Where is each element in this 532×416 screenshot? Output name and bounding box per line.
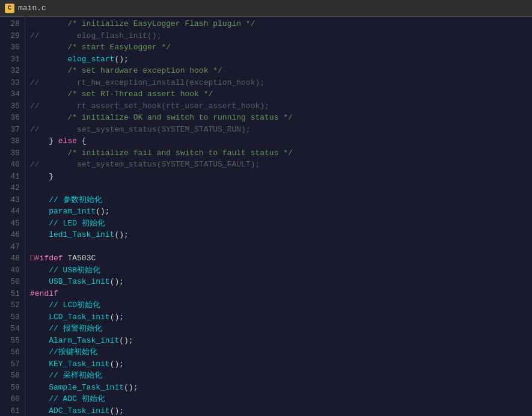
line-number: 34 — [5, 88, 20, 100]
token: elog_start — [30, 55, 114, 64]
token: Sample_Task_init — [30, 383, 124, 392]
line-number: 45 — [5, 218, 20, 230]
token: (); — [114, 230, 128, 239]
line-number: 48 — [5, 252, 20, 265]
token: // — [30, 78, 40, 87]
code-container: 2829303132333435363738394041424344454647… — [0, 17, 532, 416]
line-number: 39 — [5, 147, 20, 159]
token: /* start EasyLogger */ — [30, 43, 171, 52]
line-number: 57 — [5, 358, 20, 370]
line-number: 29 — [5, 30, 20, 42]
token: Alarm_Task_init — [30, 336, 119, 345]
code-line: } else { — [30, 135, 532, 147]
line-number: 60 — [5, 393, 20, 405]
code-line: // set_system_status(SYSTEM_STATUS_RUN); — [30, 124, 532, 136]
code-line: elog_start(); — [30, 54, 532, 66]
code-line: /* initialize OK and switch to running s… — [30, 112, 532, 124]
code-line: //按键初始化 — [30, 346, 532, 358]
token: #ifdef — [35, 254, 63, 263]
code-line: /* initialize EasyLogger Flash plugin */ — [30, 18, 532, 30]
token: // 报警初始化 — [49, 324, 102, 333]
code-line: // ADC 初始化 — [30, 393, 532, 405]
line-number: 28 — [5, 18, 20, 30]
line-number: 49 — [5, 265, 20, 277]
token: #endif — [30, 289, 58, 298]
token: set_system_status(SYSTEM_STATUS_RUN); — [40, 125, 251, 134]
code-line: □#ifdef TA503C — [30, 252, 532, 265]
token — [30, 266, 49, 275]
line-number: 58 — [5, 370, 20, 382]
token: /* initialize OK and switch to running s… — [30, 113, 293, 122]
token: TA503C — [63, 254, 96, 263]
token: (); — [124, 383, 138, 392]
line-number: 37 — [5, 124, 20, 136]
token: // — [30, 125, 40, 134]
filename: main.c — [18, 4, 46, 13]
code-line: // LED 初始化 — [30, 218, 532, 230]
token: USB_Task_init — [30, 277, 110, 286]
file-icon: C — [5, 4, 14, 13]
token — [30, 219, 49, 228]
code-line: Alarm_Task_init(); — [30, 335, 532, 347]
token: (); — [110, 313, 124, 322]
token: else — [58, 136, 77, 145]
line-number: 46 — [5, 229, 20, 241]
token: // LCD初始化 — [49, 301, 100, 310]
line-number: 40 — [5, 159, 20, 171]
line-number: 30 — [5, 41, 20, 54]
token — [30, 195, 49, 204]
token: led1_Task_init — [30, 230, 114, 239]
line-number: 59 — [5, 382, 20, 394]
token: rt_assert_set_hook(rtt_user_assert_hook)… — [40, 102, 269, 111]
code-line: // 采样初始化 — [30, 370, 532, 382]
code-line: // LCD初始化 — [30, 299, 532, 311]
token: (); — [119, 336, 133, 345]
code-line: // 报警初始化 — [30, 323, 532, 335]
token — [30, 371, 49, 380]
line-numbers: 2829303132333435363738394041424344454647… — [0, 17, 25, 416]
token — [30, 301, 49, 310]
code-line: /* start EasyLogger */ — [30, 41, 532, 54]
line-number: 55 — [5, 335, 20, 347]
token: param_init — [30, 207, 96, 216]
token: // — [30, 31, 40, 40]
token: { — [77, 136, 87, 145]
code-line: // set_system_status(SYSTEM_STATUS_FAULT… — [30, 159, 532, 171]
token — [30, 324, 49, 333]
line-number: 54 — [5, 323, 20, 335]
code-line: #endif — [30, 288, 532, 300]
code-line: /* initialize fail and switch to fault s… — [30, 147, 532, 159]
line-number: 36 — [5, 112, 20, 124]
line-number: 47 — [5, 241, 20, 253]
token: /* initialize fail and switch to fault s… — [30, 148, 293, 158]
code-line: LCD_Task_init(); — [30, 311, 532, 323]
token: elog_flash_init(); — [40, 31, 162, 40]
line-number: 52 — [5, 299, 20, 311]
token: // — [30, 160, 40, 169]
token — [30, 394, 49, 403]
line-number: 35 — [5, 100, 20, 112]
code-line: ADC_Task_init(); — [30, 405, 532, 417]
line-number: 38 — [5, 135, 20, 147]
token: /* initialize EasyLogger Flash plugin */ — [30, 19, 255, 28]
line-number: 33 — [5, 77, 20, 89]
line-number: 51 — [5, 288, 20, 300]
line-number: 41 — [5, 171, 20, 183]
line-number: 53 — [5, 311, 20, 323]
code-line: // USB初始化 — [30, 265, 532, 277]
code-line — [30, 182, 532, 194]
code-line: led1_Task_init(); — [30, 229, 532, 241]
code-line: Sample_Task_init(); — [30, 382, 532, 394]
token: /* set hardware exception hook */ — [30, 66, 222, 75]
token: // — [30, 102, 40, 111]
token: /* set RT-Thread assert hook */ — [30, 90, 213, 99]
code-area[interactable]: /* initialize EasyLogger Flash plugin */… — [25, 17, 532, 416]
token: ADC_Task_init — [30, 406, 110, 415]
code-line: /* set hardware exception hook */ — [30, 65, 532, 77]
line-number: 61 — [5, 405, 20, 417]
token: LCD_Task_init — [30, 313, 110, 322]
token: (); — [110, 277, 124, 286]
code-line: /* set RT-Thread assert hook */ — [30, 88, 532, 100]
line-number: 42 — [5, 182, 20, 194]
code-line: param_init(); — [30, 206, 532, 218]
